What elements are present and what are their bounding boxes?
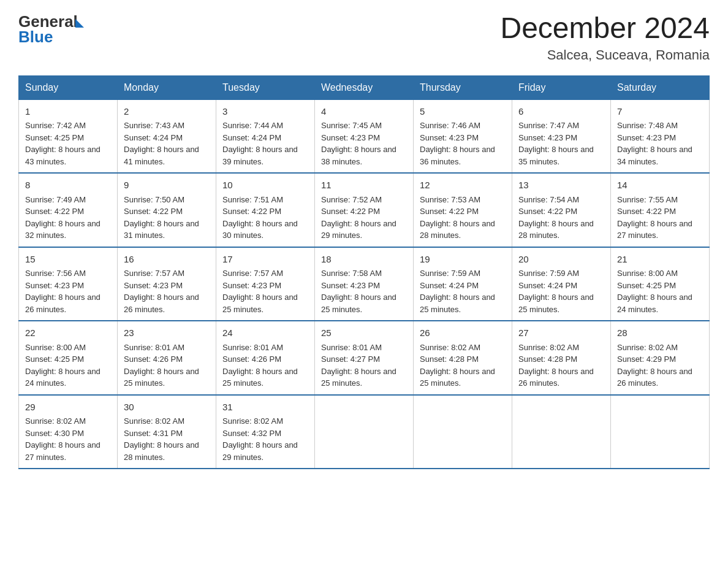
day-number: 14 bbox=[617, 178, 703, 193]
day-info: Sunrise: 8:02 AMSunset: 4:29 PMDaylight:… bbox=[617, 342, 703, 389]
day-number: 26 bbox=[420, 326, 506, 340]
day-cell: 7 Sunrise: 7:48 AMSunset: 4:23 PMDayligh… bbox=[611, 99, 710, 173]
day-number: 13 bbox=[518, 178, 604, 193]
day-cell: 17 Sunrise: 7:57 AMSunset: 4:23 PMDaylig… bbox=[216, 247, 315, 321]
day-info: Sunrise: 7:54 AMSunset: 4:22 PMDaylight:… bbox=[518, 194, 604, 242]
day-cell: 5 Sunrise: 7:46 AMSunset: 4:23 PMDayligh… bbox=[414, 99, 512, 173]
day-info: Sunrise: 7:44 AMSunset: 4:24 PMDaylight:… bbox=[222, 120, 308, 167]
calendar-body: 1 Sunrise: 7:42 AMSunset: 4:25 PMDayligh… bbox=[19, 99, 710, 469]
day-number: 8 bbox=[25, 178, 111, 193]
day-number: 12 bbox=[420, 178, 506, 193]
day-info: Sunrise: 7:58 AMSunset: 4:23 PMDaylight:… bbox=[321, 267, 407, 315]
day-cell: 1 Sunrise: 7:42 AMSunset: 4:25 PMDayligh… bbox=[19, 99, 118, 173]
title-section: December 2024 Salcea, Suceava, Romania bbox=[500, 12, 710, 63]
day-cell: 24 Sunrise: 8:01 AMSunset: 4:26 PMDaylig… bbox=[216, 321, 315, 395]
day-info: Sunrise: 7:52 AMSunset: 4:22 PMDaylight:… bbox=[321, 194, 407, 242]
day-info: Sunrise: 7:43 AMSunset: 4:24 PMDaylight:… bbox=[124, 120, 210, 167]
day-cell: 31 Sunrise: 8:02 AMSunset: 4:32 PMDaylig… bbox=[216, 395, 315, 469]
day-number: 9 bbox=[124, 178, 210, 193]
day-number: 23 bbox=[124, 326, 210, 340]
day-cell: 16 Sunrise: 7:57 AMSunset: 4:23 PMDaylig… bbox=[118, 247, 216, 321]
day-number: 29 bbox=[25, 400, 111, 415]
day-cell: 4 Sunrise: 7:45 AMSunset: 4:23 PMDayligh… bbox=[315, 99, 414, 173]
day-info: Sunrise: 8:01 AMSunset: 4:26 PMDaylight:… bbox=[124, 342, 210, 389]
day-cell bbox=[315, 395, 414, 469]
location-subtitle: Salcea, Suceava, Romania bbox=[500, 47, 710, 63]
day-info: Sunrise: 8:01 AMSunset: 4:27 PMDaylight:… bbox=[321, 342, 407, 389]
day-info: Sunrise: 8:02 AMSunset: 4:32 PMDaylight:… bbox=[222, 415, 308, 463]
column-header-thursday: Thursday bbox=[414, 75, 512, 99]
day-cell: 2 Sunrise: 7:43 AMSunset: 4:24 PMDayligh… bbox=[118, 99, 216, 173]
day-cell: 25 Sunrise: 8:01 AMSunset: 4:27 PMDaylig… bbox=[315, 321, 414, 395]
day-number: 15 bbox=[25, 253, 111, 267]
column-header-saturday: Saturday bbox=[611, 75, 710, 99]
logo: General Blue bbox=[18, 12, 84, 47]
day-info: Sunrise: 7:53 AMSunset: 4:22 PMDaylight:… bbox=[420, 194, 506, 242]
day-info: Sunrise: 7:56 AMSunset: 4:23 PMDaylight:… bbox=[25, 267, 111, 315]
day-info: Sunrise: 8:00 AMSunset: 4:25 PMDaylight:… bbox=[617, 267, 703, 315]
column-header-wednesday: Wednesday bbox=[315, 75, 414, 99]
day-number: 28 bbox=[617, 326, 703, 340]
day-info: Sunrise: 8:01 AMSunset: 4:26 PMDaylight:… bbox=[222, 342, 308, 389]
day-number: 22 bbox=[25, 326, 111, 340]
day-cell: 30 Sunrise: 8:02 AMSunset: 4:31 PMDaylig… bbox=[118, 395, 216, 469]
day-info: Sunrise: 7:45 AMSunset: 4:23 PMDaylight:… bbox=[321, 120, 407, 167]
day-number: 19 bbox=[420, 253, 506, 267]
day-cell bbox=[611, 395, 710, 469]
week-row-1: 1 Sunrise: 7:42 AMSunset: 4:25 PMDayligh… bbox=[19, 99, 710, 173]
day-number: 18 bbox=[321, 253, 407, 267]
day-info: Sunrise: 7:55 AMSunset: 4:22 PMDaylight:… bbox=[617, 194, 703, 242]
day-cell: 3 Sunrise: 7:44 AMSunset: 4:24 PMDayligh… bbox=[216, 99, 315, 173]
day-number: 3 bbox=[222, 105, 308, 119]
day-number: 31 bbox=[222, 400, 308, 415]
day-number: 4 bbox=[321, 105, 407, 119]
day-number: 17 bbox=[222, 253, 308, 267]
calendar-table: SundayMondayTuesdayWednesdayThursdayFrid… bbox=[18, 75, 710, 470]
month-title: December 2024 bbox=[500, 12, 710, 45]
day-cell: 8 Sunrise: 7:49 AMSunset: 4:22 PMDayligh… bbox=[19, 173, 118, 247]
day-cell: 20 Sunrise: 7:59 AMSunset: 4:24 PMDaylig… bbox=[512, 247, 611, 321]
day-cell: 22 Sunrise: 8:00 AMSunset: 4:25 PMDaylig… bbox=[19, 321, 118, 395]
day-cell bbox=[512, 395, 611, 469]
day-number: 30 bbox=[124, 400, 210, 415]
day-cell: 29 Sunrise: 8:02 AMSunset: 4:30 PMDaylig… bbox=[19, 395, 118, 469]
day-info: Sunrise: 7:49 AMSunset: 4:22 PMDaylight:… bbox=[25, 194, 111, 242]
day-info: Sunrise: 8:02 AMSunset: 4:31 PMDaylight:… bbox=[124, 415, 210, 463]
day-cell: 19 Sunrise: 7:59 AMSunset: 4:24 PMDaylig… bbox=[414, 247, 512, 321]
day-number: 7 bbox=[617, 105, 703, 119]
day-cell: 11 Sunrise: 7:52 AMSunset: 4:22 PMDaylig… bbox=[315, 173, 414, 247]
column-header-friday: Friday bbox=[512, 75, 611, 99]
week-row-5: 29 Sunrise: 8:02 AMSunset: 4:30 PMDaylig… bbox=[19, 395, 710, 469]
day-number: 24 bbox=[222, 326, 308, 340]
day-number: 27 bbox=[518, 326, 604, 340]
day-number: 25 bbox=[321, 326, 407, 340]
day-cell: 14 Sunrise: 7:55 AMSunset: 4:22 PMDaylig… bbox=[611, 173, 710, 247]
day-cell: 27 Sunrise: 8:02 AMSunset: 4:28 PMDaylig… bbox=[512, 321, 611, 395]
day-number: 2 bbox=[124, 105, 210, 119]
day-number: 10 bbox=[222, 178, 308, 193]
calendar-header: SundayMondayTuesdayWednesdayThursdayFrid… bbox=[19, 75, 710, 99]
week-row-2: 8 Sunrise: 7:49 AMSunset: 4:22 PMDayligh… bbox=[19, 173, 710, 247]
column-header-tuesday: Tuesday bbox=[216, 75, 315, 99]
day-cell: 6 Sunrise: 7:47 AMSunset: 4:23 PMDayligh… bbox=[512, 99, 611, 173]
day-number: 1 bbox=[25, 105, 111, 119]
day-info: Sunrise: 7:57 AMSunset: 4:23 PMDaylight:… bbox=[124, 267, 210, 315]
day-number: 11 bbox=[321, 178, 407, 193]
day-number: 16 bbox=[124, 253, 210, 267]
column-header-sunday: Sunday bbox=[19, 75, 118, 99]
page-header: General Blue December 2024 Salcea, Sucea… bbox=[18, 12, 710, 63]
day-cell: 21 Sunrise: 8:00 AMSunset: 4:25 PMDaylig… bbox=[611, 247, 710, 321]
column-header-monday: Monday bbox=[118, 75, 216, 99]
logo-blue-text: Blue bbox=[18, 28, 84, 47]
day-cell: 9 Sunrise: 7:50 AMSunset: 4:22 PMDayligh… bbox=[118, 173, 216, 247]
day-info: Sunrise: 7:47 AMSunset: 4:23 PMDaylight:… bbox=[518, 120, 604, 167]
day-cell: 18 Sunrise: 7:58 AMSunset: 4:23 PMDaylig… bbox=[315, 247, 414, 321]
day-info: Sunrise: 8:02 AMSunset: 4:30 PMDaylight:… bbox=[25, 415, 111, 463]
logo-triangle-icon bbox=[75, 19, 84, 28]
day-info: Sunrise: 8:02 AMSunset: 4:28 PMDaylight:… bbox=[420, 342, 506, 389]
day-info: Sunrise: 7:51 AMSunset: 4:22 PMDaylight:… bbox=[222, 194, 308, 242]
day-number: 20 bbox=[518, 253, 604, 267]
day-cell: 12 Sunrise: 7:53 AMSunset: 4:22 PMDaylig… bbox=[414, 173, 512, 247]
week-row-3: 15 Sunrise: 7:56 AMSunset: 4:23 PMDaylig… bbox=[19, 247, 710, 321]
day-info: Sunrise: 7:48 AMSunset: 4:23 PMDaylight:… bbox=[617, 120, 703, 167]
